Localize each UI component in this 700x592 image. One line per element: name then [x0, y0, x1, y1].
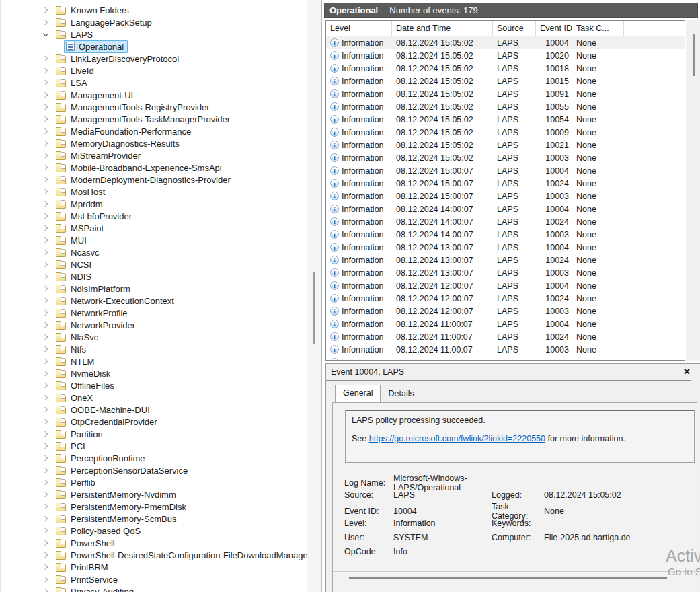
- chevron-right-icon[interactable]: [41, 102, 50, 112]
- column-header-event-id[interactable]: Event ID: [536, 21, 572, 36]
- event-row[interactable]: iInformation08.12.2024 15:00:07LAPS10004…: [326, 164, 685, 177]
- tree-item-powershell[interactable]: PowerShell: [1, 537, 307, 549]
- tree-item-ndisimplatform[interactable]: NdisImPlatform: [1, 283, 307, 295]
- preview-hscrollbar-thumb[interactable]: [349, 577, 667, 579]
- tree-item-nvmedisk[interactable]: NvmeDisk: [1, 367, 307, 379]
- tree-item-powershell-desiredstateconfiguration-filedownloadmanager[interactable]: PowerShell-DesiredStateConfiguration-Fil…: [1, 549, 307, 561]
- tree-item-printservice[interactable]: PrintService: [1, 573, 307, 585]
- column-header-task-c-[interactable]: Task C...: [572, 21, 624, 36]
- tree-item-laps[interactable]: LAPS: [1, 28, 307, 40]
- chevron-right-icon[interactable]: [41, 490, 50, 499]
- chevron-right-icon[interactable]: [41, 90, 50, 100]
- tree-item-ncsi[interactable]: NCSI: [1, 258, 307, 270]
- chevron-right-icon[interactable]: [41, 187, 50, 196]
- tree-item-persistentmemory-pmemdisk[interactable]: PersistentMemory-PmemDisk: [1, 501, 307, 513]
- tree-item-mobile-broadband-experience-smsapi[interactable]: Mobile-Broadband-Experience-SmsApi: [1, 161, 307, 174]
- chevron-right-icon[interactable]: [41, 235, 50, 245]
- close-icon[interactable]: ✕: [683, 367, 691, 377]
- tree-item-mspaint[interactable]: MSPaint: [1, 222, 307, 234]
- chevron-right-icon[interactable]: [41, 5, 50, 15]
- event-row[interactable]: iInformation08.12.2024 12:00:07LAPS10024…: [326, 292, 685, 305]
- chevron-right-icon[interactable]: [41, 357, 50, 366]
- chevron-right-icon[interactable]: [41, 54, 50, 63]
- event-row[interactable]: iInformation08.12.2024 15:05:02LAPS10004…: [326, 36, 685, 49]
- chevron-right-icon[interactable]: [41, 78, 50, 87]
- chevron-down-icon[interactable]: [41, 30, 50, 39]
- tree-item-perceptionruntime[interactable]: PerceptionRuntime: [1, 452, 307, 464]
- tree-item-known-folders[interactable]: Known Folders: [1, 4, 307, 16]
- event-row[interactable]: iInformation08.12.2024 14:00:07LAPS10004…: [326, 202, 685, 215]
- tree-item-networkprovider[interactable]: NetworkProvider: [1, 319, 307, 331]
- chevron-right-icon[interactable]: [41, 478, 50, 487]
- event-row[interactable]: iInformation08.12.2024 15:05:02LAPS10018…: [326, 62, 685, 75]
- chevron-right-icon[interactable]: [41, 17, 50, 27]
- chevron-right-icon[interactable]: [41, 126, 50, 136]
- event-row[interactable]: iInformation08.12.2024 15:05:02LAPS10021…: [326, 139, 685, 151]
- tree-item-memorydiagnostics-results[interactable]: MemoryDiagnostics-Results: [1, 137, 307, 149]
- tree-selection[interactable]: Operational: [64, 40, 128, 53]
- tree-item-nlasvc[interactable]: NlaSvc: [1, 331, 307, 343]
- tree-item-persistentmemory-nvdimm[interactable]: PersistentMemory-Nvdimm: [1, 488, 307, 501]
- tree-item-operational[interactable]: Operational: [1, 40, 307, 52]
- chevron-right-icon[interactable]: [41, 272, 50, 281]
- event-row[interactable]: iInformation08.12.2024 15:05:02LAPS10009…: [326, 126, 685, 139]
- event-row[interactable]: iInformation08.12.2024 15:05:02LAPS10091…: [326, 87, 685, 100]
- chevron-right-icon[interactable]: [41, 320, 50, 330]
- column-header-source[interactable]: Source: [493, 21, 536, 36]
- tree-item-onex[interactable]: OneX: [1, 392, 307, 404]
- chevron-right-icon[interactable]: [41, 332, 50, 342]
- event-row[interactable]: iInformation08.12.2024 15:05:02LAPS10015…: [326, 75, 685, 87]
- tree-item-languagepacksetup[interactable]: LanguagePackSetup: [1, 16, 307, 28]
- tree-item-perceptionsensordataservice[interactable]: PerceptionSensorDataService: [1, 464, 307, 476]
- tree-item-moderndeployment-diagnostics-provider[interactable]: ModernDeployment-Diagnostics-Provider: [1, 174, 307, 186]
- chevron-right-icon[interactable]: [41, 393, 50, 402]
- chevron-right-icon[interactable]: [41, 223, 50, 233]
- event-row[interactable]: iInformation08.12.2024 15:05:02LAPS10003…: [326, 151, 685, 164]
- chevron-right-icon[interactable]: [41, 369, 50, 378]
- column-header-level[interactable]: Level: [326, 21, 392, 36]
- chevron-right-icon[interactable]: [41, 296, 50, 305]
- chevron-right-icon[interactable]: [41, 381, 50, 390]
- tree-item-mslbfoprovider[interactable]: MsLbfoProvider: [1, 210, 307, 222]
- tree-item-ntlm[interactable]: NTLM: [1, 355, 307, 367]
- chevron-right-icon[interactable]: [41, 550, 50, 560]
- chevron-right-icon[interactable]: [41, 151, 50, 160]
- chevron-right-icon[interactable]: [41, 66, 50, 75]
- fwlink-link[interactable]: https://go.microsoft.com/fwlink/?linkid=…: [369, 434, 545, 443]
- chevron-right-icon[interactable]: [41, 248, 50, 257]
- event-row[interactable]: iInformation08.12.2024 13:00:07LAPS10024…: [326, 254, 685, 266]
- tree-item-mui[interactable]: MUI: [1, 234, 307, 246]
- tree-item-mediafoundation-performance[interactable]: MediaFoundation-Performance: [1, 125, 307, 137]
- event-row[interactable]: iInformation08.12.2024 15:00:07LAPS10003…: [326, 190, 685, 202]
- chevron-right-icon[interactable]: [41, 260, 50, 269]
- tree-item-privacy-auditing[interactable]: Privacy-Auditing: [1, 585, 307, 592]
- event-row[interactable]: iInformation08.12.2024 14:00:07LAPS10003…: [326, 228, 685, 241]
- tab-general[interactable]: General: [335, 385, 381, 402]
- tree-item-mistreamprovider[interactable]: MiStreamProvider: [1, 149, 307, 161]
- tree-item-linklayerdiscoveryprotocol[interactable]: LinkLayerDiscoveryProtocol: [1, 52, 307, 65]
- chevron-right-icon[interactable]: [41, 417, 50, 427]
- chevron-right-icon[interactable]: [41, 114, 50, 124]
- event-row[interactable]: iInformation08.12.2024 15:05:02LAPS10055…: [326, 100, 685, 113]
- tree-item-ncasvc[interactable]: Ncasvc: [1, 246, 307, 258]
- tree-item-liveid[interactable]: LiveId: [1, 65, 307, 77]
- events-scrollbar-thumb[interactable]: [693, 34, 695, 76]
- chevron-right-icon[interactable]: [41, 575, 50, 584]
- tree-item-otpcredentialprovider[interactable]: OtpCredentialProvider: [1, 416, 307, 428]
- tree-item-persistentmemory-scmbus[interactable]: PersistentMemory-ScmBus: [1, 513, 307, 525]
- tree-item-lsa[interactable]: LSA: [1, 77, 307, 89]
- tree-item-oobe-machine-dui[interactable]: OOBE-Machine-DUI: [1, 404, 307, 416]
- tree-item-perflib[interactable]: Perflib: [1, 476, 307, 488]
- chevron-right-icon[interactable]: [41, 538, 50, 548]
- event-row[interactable]: iInformation08.12.2024 13:00:07LAPS10003…: [326, 266, 685, 279]
- chevron-right-icon[interactable]: [41, 502, 50, 511]
- tree-item-managementtools-taskmanagerprovider[interactable]: ManagementTools-TaskManagerProvider: [1, 113, 307, 125]
- event-row[interactable]: iInformation08.12.2024 11:00:07LAPS10004…: [326, 318, 685, 330]
- event-row[interactable]: iInformation08.12.2024 11:00:07LAPS10024…: [326, 330, 685, 343]
- chevron-right-icon[interactable]: [41, 429, 50, 439]
- tree-item-mprddm[interactable]: Mprddm: [1, 198, 307, 210]
- chevron-right-icon[interactable]: [41, 453, 50, 463]
- tree-item-ndis[interactable]: NDIS: [1, 270, 307, 283]
- tree-item-pci[interactable]: PCI: [1, 440, 307, 452]
- chevron-right-icon[interactable]: [41, 199, 50, 209]
